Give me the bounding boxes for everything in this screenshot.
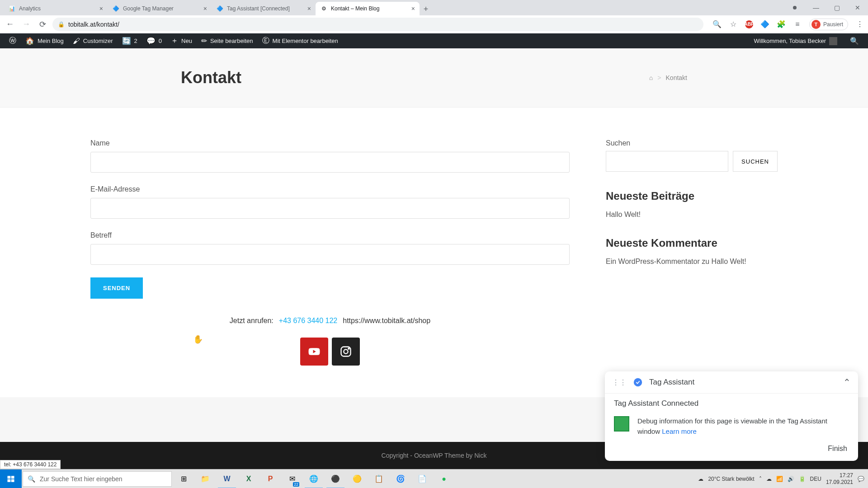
tab-gtm[interactable]: 🔷 Google Tag Manager ×: [108, 2, 212, 15]
tab-kontakt[interactable]: ⚙ Kontakt – Mein Blog ×: [316, 2, 420, 15]
name-input[interactable]: [90, 152, 570, 173]
analytics-icon: 📊: [8, 5, 15, 12]
wp-customizer[interactable]: 🖌Customizer: [68, 33, 118, 48]
reading-list-icon[interactable]: ≡: [793, 20, 802, 29]
comment-icon: 💬: [146, 37, 156, 45]
close-icon[interactable]: ×: [99, 5, 103, 12]
tag-assistant-ext-icon[interactable]: 🔷: [760, 20, 769, 29]
wifi-icon[interactable]: 📶: [776, 476, 783, 482]
close-icon[interactable]: ×: [411, 5, 415, 12]
svg-point-2: [348, 348, 349, 349]
start-button[interactable]: [0, 469, 22, 488]
wp-welcome[interactable]: Willkommen, Tobias Becker: [750, 37, 842, 45]
submit-button[interactable]: SENDEN: [90, 277, 143, 299]
clock[interactable]: 17:27 17.09.2021: [826, 472, 853, 485]
star-icon[interactable]: ☆: [729, 20, 738, 29]
maximize-button[interactable]: ▢: [826, 0, 847, 15]
wp-elementor[interactable]: ⒺMit Elementor bearbeiten: [258, 33, 343, 48]
menu-icon[interactable]: ⋮: [855, 20, 864, 29]
finish-button[interactable]: Finish: [828, 445, 847, 453]
recent-posts-title: Neueste Beiträge: [606, 190, 778, 202]
wp-search[interactable]: 🔍: [845, 37, 863, 45]
plus-icon: ＋: [171, 36, 178, 46]
wp-admin-bar: ⓦ 🏠Mein Blog 🖌Customizer 🔄2 💬0 ＋Neu ✏Sei…: [0, 33, 868, 48]
comment-author-link[interactable]: Ein WordPress-Kommentator: [606, 258, 700, 265]
svg-rect-6: [8, 479, 11, 482]
window-close-button[interactable]: ✕: [847, 0, 868, 15]
recent-comments-title: Neueste Kommentare: [606, 237, 778, 249]
wp-comments[interactable]: 💬0: [142, 33, 166, 48]
drag-handle-icon[interactable]: ⋮⋮: [612, 378, 627, 387]
shop-link[interactable]: https://www.tobitalk.at/shop: [343, 317, 430, 325]
status-bar-tooltip: tel: +43 676 3440 122: [0, 460, 61, 469]
collapse-icon[interactable]: ⌃: [843, 377, 851, 388]
learn-more-link[interactable]: Learn more: [662, 427, 697, 435]
breadcrumb: ⌂ > Kontakt: [649, 74, 687, 81]
youtube-button[interactable]: [300, 338, 328, 366]
instagram-button[interactable]: [332, 338, 360, 366]
volume-icon[interactable]: 🔊: [788, 476, 794, 482]
recent-post-link[interactable]: Hallo Welt!: [606, 211, 641, 218]
search-button[interactable]: SUCHEN: [733, 151, 778, 172]
weather-icon[interactable]: ☁: [698, 476, 703, 482]
chrome-icon[interactable]: 🌐: [303, 469, 325, 488]
obs-icon[interactable]: ⚫: [325, 469, 346, 488]
content: Name E-Mail-Adresse Betreff SENDEN Jetzt…: [0, 108, 868, 397]
extensions-icon[interactable]: 🧩: [777, 20, 786, 29]
new-tab-button[interactable]: +: [420, 3, 432, 15]
onedrive-icon[interactable]: ☁: [766, 476, 772, 482]
notifications-icon[interactable]: 💬: [858, 476, 864, 482]
spotify-icon[interactable]: ●: [433, 469, 455, 488]
tray-chevron-icon[interactable]: ˄: [759, 476, 762, 482]
wp-new[interactable]: ＋Neu: [166, 33, 197, 48]
breadcrumb-separator: >: [657, 74, 661, 81]
zoom-icon[interactable]: 🔍: [712, 20, 722, 29]
tag-assistant-panel: ⋮⋮ Tag Assistant ⌃ Tag Assistant Connect…: [605, 371, 858, 461]
url-input[interactable]: 🔒 tobitalk.at/kontakt/: [52, 18, 703, 31]
excel-icon[interactable]: X: [238, 469, 259, 488]
profile-paused-pill[interactable]: T Pausiert: [809, 19, 848, 30]
pencil-icon: ✏: [201, 37, 207, 45]
tab-tag-assistant[interactable]: 🔷 Tag Assistant [Connected] ×: [212, 2, 316, 15]
battery-icon[interactable]: 🔋: [799, 476, 806, 482]
taskbar-search[interactable]: 🔍 Zur Suche Text hier eingeben: [23, 471, 172, 487]
comment-post-link[interactable]: Hallo Welt!: [712, 258, 746, 265]
address-bar: ← → ⟳ 🔒 tobitalk.at/kontakt/ 🔍 ☆ ABP 🔷 🧩…: [0, 15, 868, 33]
explorer-icon[interactable]: 📁: [194, 469, 216, 488]
close-icon[interactable]: ×: [307, 5, 311, 12]
wp-updates[interactable]: 🔄2: [118, 33, 142, 48]
notepad-icon[interactable]: 📄: [411, 469, 433, 488]
mail-icon[interactable]: ✉22: [281, 469, 303, 488]
refresh-icon: 🔄: [122, 37, 131, 45]
app-icon[interactable]: 🟡: [346, 469, 368, 488]
status-indicator-icon: [614, 416, 629, 432]
search-input[interactable]: [606, 151, 728, 172]
breadcrumb-current: Kontakt: [666, 74, 687, 81]
weather-text[interactable]: 20°C Stark bewölkt: [708, 476, 754, 482]
wp-edit-page[interactable]: ✏Seite bearbeiten: [197, 33, 258, 48]
main-column: Name E-Mail-Adresse Betreff SENDEN Jetzt…: [90, 139, 570, 366]
powerpoint-icon[interactable]: P: [259, 469, 281, 488]
back-button[interactable]: ←: [4, 18, 16, 31]
edge-icon[interactable]: 🌀: [390, 469, 411, 488]
task-view-icon[interactable]: ⊞: [173, 469, 194, 488]
wp-site-link[interactable]: 🏠Mein Blog: [21, 33, 68, 48]
lock-icon: 🔒: [58, 21, 65, 28]
minimize-button[interactable]: —: [806, 0, 826, 15]
reload-button[interactable]: ⟳: [36, 18, 49, 31]
app-icon-2[interactable]: 📋: [368, 469, 390, 488]
language-indicator[interactable]: DEU: [810, 476, 821, 482]
wp-logo[interactable]: ⓦ: [5, 33, 21, 48]
word-icon[interactable]: W: [216, 469, 238, 488]
account-dot-icon[interactable]: [793, 6, 797, 9]
email-input[interactable]: [90, 198, 570, 219]
close-icon[interactable]: ×: [203, 5, 207, 12]
forward-button[interactable]: →: [20, 18, 33, 31]
home-icon[interactable]: ⌂: [649, 74, 653, 81]
recent-comments-widget: Neueste Kommentare Ein WordPress-Komment…: [606, 237, 778, 266]
phone-link[interactable]: +43 676 3440 122: [279, 317, 337, 325]
elementor-icon: Ⓔ: [262, 36, 269, 46]
tab-analytics[interactable]: 📊 Analytics ×: [4, 2, 108, 15]
adblock-icon[interactable]: ABP: [745, 20, 753, 28]
subject-input[interactable]: [90, 244, 570, 265]
